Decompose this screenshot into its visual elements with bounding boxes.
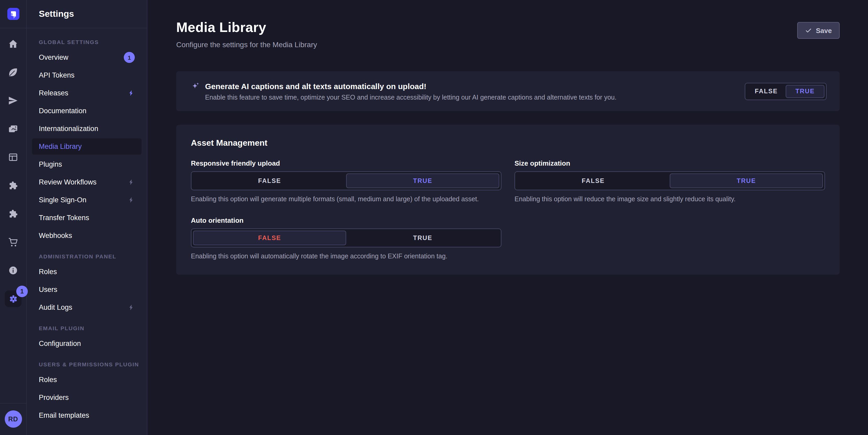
banner-text: Generate AI captions and alt texts autom… (191, 81, 617, 101)
puzzle-piece-icon (8, 180, 18, 191)
toggle-option-false[interactable]: FALSE (517, 173, 670, 188)
sidebar-item-internationalization[interactable]: Internationalization (32, 121, 142, 137)
section-label: ADMINISTRATION PANEL (32, 253, 142, 260)
images-icon (8, 124, 18, 134)
overview-badge: 1 (124, 52, 135, 63)
lightning-icon (128, 90, 135, 96)
home-nav-button[interactable] (5, 36, 22, 53)
lightning-icon (128, 197, 135, 203)
layout-icon (8, 152, 18, 163)
sidebar-item-api-tokens[interactable]: API Tokens (32, 67, 142, 83)
sidebar-title: Settings (27, 0, 147, 28)
sidebar-sections: GLOBAL SETTINGS Overview 1 API Tokens Re… (27, 28, 147, 430)
home-icon (8, 39, 18, 49)
field-hint: Enabling this option will automatically … (191, 253, 501, 260)
sidebar-item-email-templates[interactable]: Email templates (32, 407, 142, 424)
save-button-label: Save (816, 27, 832, 34)
feather-icon (8, 67, 18, 77)
section-users-permissions-plugin: USERS & PERMISSIONS PLUGIN Roles Provide… (32, 361, 142, 424)
field-label: Size optimization (515, 159, 825, 167)
strapi-logo[interactable] (7, 8, 19, 20)
toggle-option-true[interactable]: TRUE (670, 173, 823, 188)
lightning-icon (128, 304, 135, 311)
field-hint: Enabling this option will generate multi… (191, 196, 501, 203)
page-title: Media Library (176, 20, 317, 36)
settings-nav-button[interactable]: 1 (5, 290, 22, 307)
content-builder-nav-button[interactable] (5, 64, 22, 81)
check-icon (805, 27, 812, 34)
field-size-optimization: Size optimization FALSE TRUE Enabling th… (515, 159, 825, 203)
banner-description: Enable this feature to save time, optimi… (205, 94, 617, 101)
ai-captions-toggle[interactable]: FALSE TRUE (745, 82, 827, 100)
sidebar-item-up-roles[interactable]: Roles (32, 372, 142, 388)
card-title: Asset Management (191, 138, 825, 148)
section-administration-panel: ADMINISTRATION PANEL Roles Users Audit L… (32, 253, 142, 315)
toggle-option-true[interactable]: TRUE (786, 85, 825, 98)
sidebar-item-overview[interactable]: Overview 1 (32, 49, 142, 66)
sidebar-item-single-sign-on[interactable]: Single Sign-On (32, 192, 142, 208)
main-content: Media Library Configure the settings for… (147, 0, 868, 435)
field-label: Responsive friendly upload (191, 159, 501, 167)
media-library-nav-button[interactable] (5, 121, 22, 137)
responsive-upload-toggle[interactable]: FALSE TRUE (191, 171, 501, 190)
field-label: Auto orientation (191, 216, 501, 224)
sidebar-item-plugins[interactable]: Plugins (32, 156, 142, 172)
section-label: USERS & PERMISSIONS PLUGIN (32, 361, 142, 367)
plugin-extension-nav-button[interactable] (5, 205, 22, 222)
releases-nav-button[interactable] (5, 92, 22, 109)
toggle-option-false[interactable]: FALSE (747, 85, 786, 98)
sidebar-item-review-workflows[interactable]: Review Workflows (32, 174, 142, 190)
sidebar-item-releases[interactable]: Releases (32, 85, 142, 101)
section-global-settings: GLOBAL SETTINGS Overview 1 API Tokens Re… (32, 39, 142, 244)
field-auto-orientation: Auto orientation FALSE TRUE Enabling thi… (191, 216, 501, 260)
page-header: Media Library Configure the settings for… (176, 20, 840, 49)
cart-icon (8, 237, 18, 247)
sidebar-item-transfer-tokens[interactable]: Transfer Tokens (32, 210, 142, 226)
sidebar-item-users[interactable]: Users (32, 281, 142, 298)
rail-logo-area (0, 0, 26, 28)
save-button[interactable]: Save (797, 22, 840, 39)
sidebar-item-media-library[interactable]: Media Library (32, 138, 142, 155)
toggle-option-true[interactable]: TRUE (346, 231, 499, 245)
toggle-option-true[interactable]: TRUE (346, 173, 499, 188)
sidebar-item-audit-logs[interactable]: Audit Logs (32, 299, 142, 315)
lightning-icon (128, 179, 135, 186)
auto-orientation-toggle[interactable]: FALSE TRUE (191, 229, 501, 247)
page-subtitle: Configure the settings for the Media Lib… (176, 40, 317, 49)
toggle-option-false[interactable]: FALSE (193, 231, 346, 245)
size-optimization-toggle[interactable]: FALSE TRUE (515, 171, 825, 190)
marketplace-nav-button[interactable] (5, 234, 22, 250)
field-responsive-friendly-upload: Responsive friendly upload FALSE TRUE En… (191, 159, 501, 203)
rail-icon-nav: 1 (5, 36, 22, 403)
settings-sidebar: Settings GLOBAL SETTINGS Overview 1 API … (27, 0, 147, 435)
sidebar-item-webhooks[interactable]: Webhooks (32, 228, 142, 244)
section-email-plugin: EMAIL PLUGIN Configuration (32, 325, 142, 352)
sidebar-item-documentation[interactable]: Documentation (32, 103, 142, 119)
sidebar-item-configuration[interactable]: Configuration (32, 335, 142, 352)
section-label: EMAIL PLUGIN (32, 325, 142, 331)
plugins-nav-button[interactable] (5, 177, 22, 194)
puzzle-piece-icon (8, 209, 18, 219)
sparkle-icon (191, 82, 200, 90)
paper-plane-icon (8, 95, 18, 106)
ai-captions-banner: Generate AI captions and alt texts autom… (176, 71, 840, 111)
info-icon (8, 265, 18, 276)
app-window: 1 RD Settings GLOBAL SETTINGS Overview 1… (0, 0, 868, 435)
about-nav-button[interactable] (5, 262, 22, 279)
field-hint: Enabling this option will reduce the ima… (515, 196, 825, 203)
asset-management-card: Asset Management Responsive friendly upl… (176, 125, 840, 275)
gear-icon (8, 293, 19, 304)
banner-title: Generate AI captions and alt texts autom… (205, 81, 426, 91)
section-label: GLOBAL SETTINGS (32, 39, 142, 45)
toggle-option-false[interactable]: FALSE (193, 173, 346, 188)
main-nav-rail: 1 RD (0, 0, 27, 435)
settings-notification-badge: 1 (16, 286, 28, 297)
sidebar-item-providers[interactable]: Providers (32, 390, 142, 406)
sidebar-item-admin-roles[interactable]: Roles (32, 264, 142, 280)
avatar[interactable]: RD (4, 410, 22, 428)
rail-footer: RD (0, 403, 26, 435)
content-manager-nav-button[interactable] (5, 149, 22, 166)
